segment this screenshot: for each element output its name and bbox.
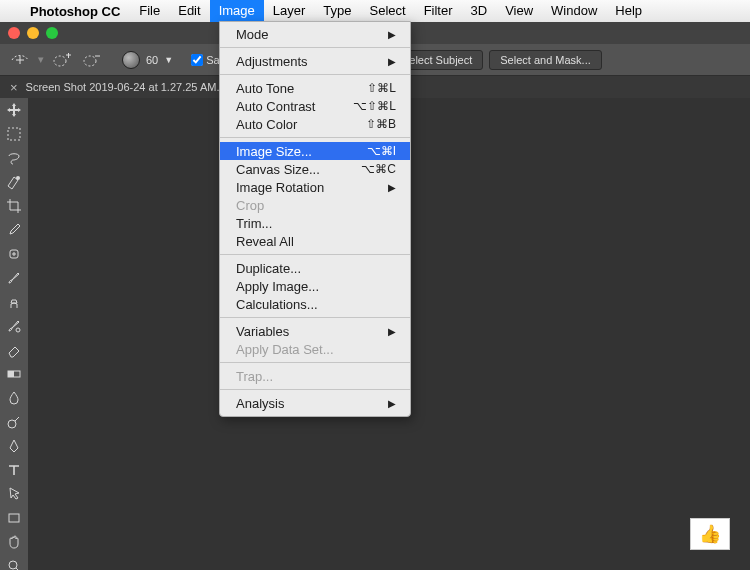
menu-separator [220,74,410,75]
menu-item-label: Trim... [236,216,272,231]
menu-3d[interactable]: 3D [462,0,497,22]
menu-item-duplicate[interactable]: Duplicate... [220,259,410,277]
menu-separator [220,362,410,363]
subtract-selection-icon[interactable] [80,50,104,70]
rectangle-tool-icon[interactable] [0,506,28,530]
menu-item-label: Canvas Size... [236,162,320,177]
zoom-tool-icon[interactable] [0,554,28,570]
move-tool-icon[interactable] [0,98,28,122]
chevron-down-icon[interactable]: ▼ [164,55,173,65]
pen-tool-icon[interactable] [0,434,28,458]
mac-menubar: Photoshop CC FileEditImageLayerTypeSelec… [0,0,750,22]
menu-view[interactable]: View [496,0,542,22]
menu-separator [220,254,410,255]
menu-item-label: Calculations... [236,297,318,312]
menu-separator [220,317,410,318]
brush-preview-icon[interactable] [122,51,140,69]
menu-item-apply-image[interactable]: Apply Image... [220,277,410,295]
menu-item-auto-color[interactable]: Auto Color⇧⌘B [220,115,410,133]
close-window-icon[interactable] [8,27,20,39]
menu-select[interactable]: Select [360,0,414,22]
menu-filter[interactable]: Filter [415,0,462,22]
gradient-tool-icon[interactable] [0,362,28,386]
menu-layer[interactable]: Layer [264,0,315,22]
lasso-tool-icon[interactable] [0,146,28,170]
menu-item-apply-data-set: Apply Data Set... [220,340,410,358]
type-tool-icon[interactable] [0,458,28,482]
menu-item-image-rotation[interactable]: Image Rotation▶ [220,178,410,196]
menu-item-label: Variables [236,324,289,339]
menu-item-label: Crop [236,198,264,213]
path-select-tool-icon[interactable] [0,482,28,506]
menu-edit[interactable]: Edit [169,0,209,22]
toolbox [0,98,28,570]
clone-tool-icon[interactable] [0,290,28,314]
menu-item-auto-tone[interactable]: Auto Tone⇧⌘L [220,79,410,97]
menu-separator [220,47,410,48]
menu-file[interactable]: File [130,0,169,22]
add-to-selection-icon[interactable] [50,50,74,70]
shortcut-label: ⌥⌘C [361,162,396,176]
menu-item-label: Image Size... [236,144,312,159]
menu-item-label: Apply Data Set... [236,342,334,357]
menu-type[interactable]: Type [314,0,360,22]
blur-tool-icon[interactable] [0,386,28,410]
menu-item-trap: Trap... [220,367,410,385]
close-tab-icon[interactable]: × [10,81,18,94]
menu-item-label: Adjustments [236,54,308,69]
shortcut-label: ⇧⌘L [367,81,396,95]
menu-item-variables[interactable]: Variables▶ [220,322,410,340]
divider: ▾ [38,53,44,66]
menu-item-reveal-all[interactable]: Reveal All [220,232,410,250]
submenu-arrow-icon: ▶ [388,398,396,409]
menu-item-auto-contrast[interactable]: Auto Contrast⌥⇧⌘L [220,97,410,115]
svg-point-1 [84,56,96,66]
image-menu-dropdown: Mode▶Adjustments▶Auto Tone⇧⌘LAuto Contra… [219,21,411,417]
submenu-arrow-icon: ▶ [388,56,396,67]
svg-point-8 [8,420,16,428]
menu-item-label: Auto Color [236,117,297,132]
shortcut-label: ⇧⌘B [366,117,396,131]
select-and-mask-button[interactable]: Select and Mask... [489,50,602,70]
zoom-window-icon[interactable] [46,27,58,39]
menu-item-canvas-size[interactable]: Canvas Size...⌥⌘C [220,160,410,178]
menu-image[interactable]: Image [210,0,264,22]
submenu-arrow-icon: ▶ [388,29,396,40]
marquee-tool-icon[interactable] [0,122,28,146]
menu-item-image-size[interactable]: Image Size...⌥⌘I [220,142,410,160]
menu-help[interactable]: Help [606,0,651,22]
svg-rect-2 [8,128,20,140]
svg-point-5 [16,328,20,332]
submenu-arrow-icon: ▶ [388,182,396,193]
checkbox-input[interactable] [191,54,203,66]
menu-window[interactable]: Window [542,0,606,22]
menu-item-label: Trap... [236,369,273,384]
dodge-tool-icon[interactable] [0,410,28,434]
menu-item-label: Auto Tone [236,81,294,96]
menu-item-label: Duplicate... [236,261,301,276]
history-brush-tool-icon[interactable] [0,314,28,338]
shortcut-label: ⌥⇧⌘L [353,99,396,113]
hand-tool-icon[interactable] [0,530,28,554]
menu-item-adjustments[interactable]: Adjustments▶ [220,52,410,70]
eraser-tool-icon[interactable] [0,338,28,362]
menu-separator [220,389,410,390]
quick-select-tool-icon[interactable] [0,170,28,194]
brush-tool-icon[interactable] [0,266,28,290]
menu-item-mode[interactable]: Mode▶ [220,25,410,43]
menu-item-trim[interactable]: Trim... [220,214,410,232]
menu-item-analysis[interactable]: Analysis▶ [220,394,410,412]
svg-point-10 [9,561,17,569]
quick-select-tool-icon[interactable] [8,50,32,70]
minimize-window-icon[interactable] [27,27,39,39]
healing-tool-icon[interactable] [0,242,28,266]
eyedropper-tool-icon[interactable] [0,218,28,242]
crop-tool-icon[interactable] [0,194,28,218]
menu-item-calculations[interactable]: Calculations... [220,295,410,313]
app-name[interactable]: Photoshop CC [20,4,130,19]
like-button[interactable]: 👍 [690,518,730,550]
menu-item-crop: Crop [220,196,410,214]
svg-rect-7 [8,371,14,377]
menu-separator [220,137,410,138]
menu-item-label: Analysis [236,396,284,411]
